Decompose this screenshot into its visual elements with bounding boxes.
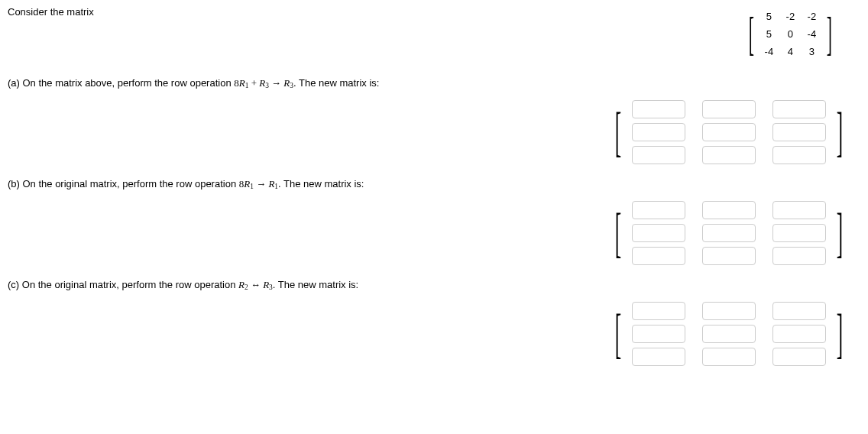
matrix-cell: 5 — [762, 28, 776, 40]
matrix-cell: 4 — [783, 46, 797, 57]
matrix-grid — [627, 97, 831, 167]
op-sub: 1 — [245, 82, 249, 89]
op-r: R — [259, 77, 265, 89]
part-a: (a) On the matrix above, perform the row… — [8, 77, 860, 167]
matrix-input[interactable] — [702, 100, 756, 118]
matrix-input[interactable] — [772, 325, 826, 343]
matrix-grid — [627, 299, 831, 369]
op-sub: 1 — [250, 183, 254, 190]
prompt-prefix: (c) On the original matrix, perform the … — [8, 279, 238, 290]
matrix-input[interactable] — [702, 247, 756, 265]
answer-matrix-b: [ ] — [609, 198, 849, 268]
matrix-input[interactable] — [772, 123, 826, 141]
matrix-cell: -4 — [805, 28, 818, 40]
matrix-input[interactable] — [702, 123, 756, 141]
prompt-prefix: (b) On the original matrix, perform the … — [8, 178, 239, 189]
matrix-input[interactable] — [772, 100, 826, 118]
matrix-input[interactable] — [702, 348, 756, 366]
right-bracket: ] — [827, 6, 832, 62]
prompt-suffix: . The new matrix is: — [273, 279, 358, 290]
right-bracket: ] — [837, 198, 843, 268]
matrix-grid: 5 -2 -2 5 0 -4 -4 4 3 — [759, 6, 821, 62]
matrix-input[interactable] — [632, 224, 685, 242]
part-c-prompt: (c) On the original matrix, perform the … — [8, 279, 860, 291]
op-sub: 3 — [290, 82, 293, 89]
matrix-input[interactable] — [632, 123, 685, 141]
part-b-prompt: (b) On the original matrix, perform the … — [8, 178, 860, 190]
swap-icon: ↔ — [248, 279, 264, 290]
matrix-cell: -2 — [805, 11, 818, 22]
prompt-prefix: (a) On the matrix above, perform the row… — [8, 77, 234, 89]
matrix-cell: -2 — [783, 11, 797, 22]
part-a-prompt: (a) On the matrix above, perform the row… — [8, 77, 860, 89]
matrix-input[interactable] — [772, 146, 826, 164]
right-bracket: ] — [837, 299, 843, 369]
matrix-input[interactable] — [772, 302, 826, 320]
matrix-input[interactable] — [632, 201, 685, 219]
matrix-input[interactable] — [702, 302, 756, 320]
prompt-suffix: . The new matrix is: — [278, 178, 364, 189]
matrix-input[interactable] — [632, 247, 685, 265]
op-plus: + — [248, 77, 259, 89]
matrix-input[interactable] — [702, 325, 756, 343]
prompt-suffix: . The new matrix is: — [293, 77, 379, 89]
matrix-cell: 5 — [762, 11, 776, 22]
op-r: R — [244, 178, 250, 189]
op-r: R — [238, 279, 245, 290]
op-r: R — [263, 279, 269, 290]
matrix-input[interactable] — [772, 224, 826, 242]
op-sub: 3 — [265, 82, 269, 89]
left-bracket: [ — [748, 6, 753, 62]
op-sub: 2 — [245, 283, 248, 291]
matrix-input[interactable] — [702, 224, 756, 242]
matrix-input[interactable] — [632, 348, 685, 366]
left-bracket: [ — [615, 97, 621, 167]
matrix-input[interactable] — [702, 146, 756, 164]
matrix-grid — [627, 198, 831, 268]
matrix-input[interactable] — [772, 201, 826, 219]
op-r: R — [239, 77, 245, 89]
answer-matrix-a: [ ] — [609, 97, 849, 167]
matrix-input[interactable] — [772, 247, 826, 265]
given-matrix: [ 5 -2 -2 5 0 -4 -4 4 3 ] — [743, 6, 837, 62]
intro-text: Consider the matrix — [8, 6, 94, 59]
arrow-icon: → — [269, 77, 284, 89]
answer-matrix-c: [ ] — [609, 299, 849, 369]
op-sub: 3 — [269, 283, 273, 291]
right-bracket: ] — [837, 97, 843, 167]
matrix-input[interactable] — [772, 348, 826, 366]
matrix-input[interactable] — [632, 100, 685, 118]
matrix-cell: 0 — [783, 28, 797, 40]
matrix-input[interactable] — [702, 201, 756, 219]
left-bracket: [ — [615, 198, 621, 268]
matrix-input[interactable] — [632, 146, 685, 164]
left-bracket: [ — [615, 299, 621, 369]
matrix-cell: 3 — [805, 46, 818, 57]
part-b: (b) On the original matrix, perform the … — [8, 178, 860, 268]
matrix-input[interactable] — [632, 325, 685, 343]
matrix-cell: -4 — [762, 46, 776, 57]
op-sub: 1 — [274, 183, 278, 190]
matrix-input[interactable] — [632, 302, 685, 320]
arrow-icon: → — [254, 178, 269, 189]
part-c: (c) On the original matrix, perform the … — [8, 279, 860, 369]
